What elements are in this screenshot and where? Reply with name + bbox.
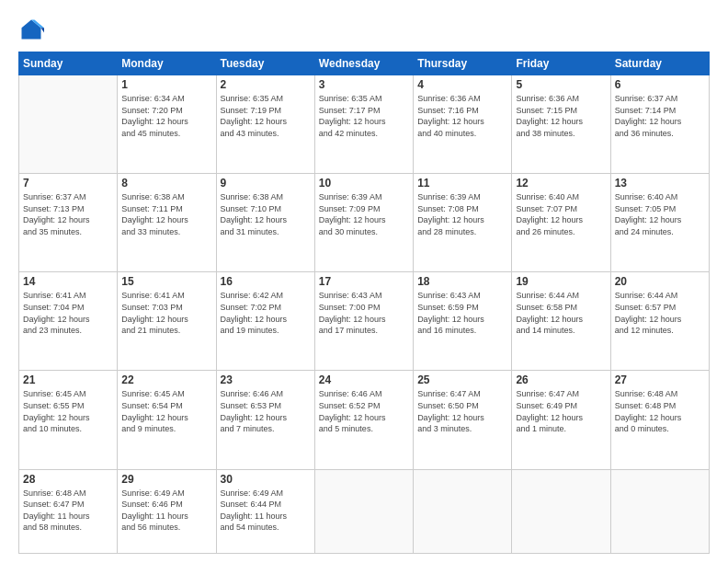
calendar-cell: 24Sunrise: 6:46 AM Sunset: 6:52 PM Dayli… <box>314 371 413 469</box>
calendar-cell: 19Sunrise: 6:44 AM Sunset: 6:58 PM Dayli… <box>512 272 610 371</box>
day-number: 21 <box>23 373 113 386</box>
calendar-cell: 11Sunrise: 6:39 AM Sunset: 7:08 PM Dayli… <box>414 174 512 272</box>
day-number: 16 <box>221 275 311 288</box>
day-info: Sunrise: 6:34 AM Sunset: 7:20 PM Dayligh… <box>121 93 211 139</box>
calendar-cell: 3Sunrise: 6:35 AM Sunset: 7:17 PM Daylig… <box>314 75 413 174</box>
calendar-cell: 22Sunrise: 6:45 AM Sunset: 6:54 PM Dayli… <box>118 371 216 469</box>
calendar-cell: 18Sunrise: 6:43 AM Sunset: 6:59 PM Dayli… <box>414 272 512 371</box>
calendar-cell: 13Sunrise: 6:40 AM Sunset: 7:05 PM Dayli… <box>610 174 709 272</box>
weekday-header-sunday: Sunday <box>19 52 118 75</box>
day-info: Sunrise: 6:49 AM Sunset: 6:46 PM Dayligh… <box>121 488 211 534</box>
calendar-cell <box>314 469 413 553</box>
day-info: Sunrise: 6:49 AM Sunset: 6:44 PM Dayligh… <box>221 488 311 534</box>
weekday-header-tuesday: Tuesday <box>216 52 314 75</box>
day-info: Sunrise: 6:47 AM Sunset: 6:50 PM Dayligh… <box>417 388 507 434</box>
svg-marker-0 <box>22 20 41 40</box>
calendar-cell <box>414 469 512 553</box>
calendar-cell: 8Sunrise: 6:38 AM Sunset: 7:11 PM Daylig… <box>118 174 216 272</box>
day-info: Sunrise: 6:38 AM Sunset: 7:11 PM Dayligh… <box>121 191 211 237</box>
calendar-cell: 21Sunrise: 6:45 AM Sunset: 6:55 PM Dayli… <box>19 371 118 469</box>
calendar-cell: 2Sunrise: 6:35 AM Sunset: 7:19 PM Daylig… <box>216 75 314 174</box>
calendar-cell: 26Sunrise: 6:47 AM Sunset: 6:49 PM Dayli… <box>512 371 610 469</box>
day-number: 28 <box>23 473 113 486</box>
calendar-cell: 20Sunrise: 6:44 AM Sunset: 6:57 PM Dayli… <box>610 272 709 371</box>
calendar-cell: 4Sunrise: 6:36 AM Sunset: 7:16 PM Daylig… <box>414 75 512 174</box>
day-number: 15 <box>121 275 211 288</box>
calendar-cell: 10Sunrise: 6:39 AM Sunset: 7:09 PM Dayli… <box>314 174 413 272</box>
day-number: 3 <box>319 78 409 91</box>
day-number: 17 <box>319 275 409 288</box>
day-number: 29 <box>121 473 211 486</box>
day-info: Sunrise: 6:43 AM Sunset: 6:59 PM Dayligh… <box>417 290 507 336</box>
day-number: 14 <box>23 275 113 288</box>
day-info: Sunrise: 6:41 AM Sunset: 7:04 PM Dayligh… <box>23 290 113 336</box>
weekday-header-friday: Friday <box>512 52 610 75</box>
day-number: 30 <box>221 473 311 486</box>
calendar-week-3: 14Sunrise: 6:41 AM Sunset: 7:04 PM Dayli… <box>19 272 710 371</box>
calendar-cell: 25Sunrise: 6:47 AM Sunset: 6:50 PM Dayli… <box>414 371 512 469</box>
header <box>18 17 710 42</box>
day-info: Sunrise: 6:36 AM Sunset: 7:16 PM Dayligh… <box>417 93 507 139</box>
day-info: Sunrise: 6:41 AM Sunset: 7:03 PM Dayligh… <box>121 290 211 336</box>
day-info: Sunrise: 6:40 AM Sunset: 7:07 PM Dayligh… <box>516 191 606 237</box>
day-info: Sunrise: 6:46 AM Sunset: 6:53 PM Dayligh… <box>221 388 311 434</box>
calendar-week-1: 1Sunrise: 6:34 AM Sunset: 7:20 PM Daylig… <box>19 75 710 174</box>
day-info: Sunrise: 6:36 AM Sunset: 7:15 PM Dayligh… <box>516 93 606 139</box>
day-number: 9 <box>221 177 311 190</box>
day-info: Sunrise: 6:38 AM Sunset: 7:10 PM Dayligh… <box>221 191 311 237</box>
page: SundayMondayTuesdayWednesdayThursdayFrid… <box>0 0 728 563</box>
day-number: 10 <box>319 177 409 190</box>
calendar-cell: 29Sunrise: 6:49 AM Sunset: 6:46 PM Dayli… <box>118 469 216 553</box>
calendar-table: SundayMondayTuesdayWednesdayThursdayFrid… <box>18 52 710 554</box>
day-number: 27 <box>615 373 705 386</box>
logo-icon <box>18 17 44 42</box>
weekday-header-saturday: Saturday <box>610 52 709 75</box>
day-info: Sunrise: 6:45 AM Sunset: 6:55 PM Dayligh… <box>23 388 113 434</box>
day-info: Sunrise: 6:45 AM Sunset: 6:54 PM Dayligh… <box>121 388 211 434</box>
calendar-cell: 15Sunrise: 6:41 AM Sunset: 7:03 PM Dayli… <box>118 272 216 371</box>
day-number: 24 <box>319 373 409 386</box>
calendar-cell <box>512 469 610 553</box>
day-number: 4 <box>417 78 507 91</box>
calendar-cell: 23Sunrise: 6:46 AM Sunset: 6:53 PM Dayli… <box>216 371 314 469</box>
day-info: Sunrise: 6:42 AM Sunset: 7:02 PM Dayligh… <box>221 290 311 336</box>
day-number: 1 <box>121 78 211 91</box>
calendar-cell: 27Sunrise: 6:48 AM Sunset: 6:48 PM Dayli… <box>610 371 709 469</box>
day-info: Sunrise: 6:37 AM Sunset: 7:14 PM Dayligh… <box>615 93 705 139</box>
calendar-cell: 14Sunrise: 6:41 AM Sunset: 7:04 PM Dayli… <box>19 272 118 371</box>
weekday-header-row: SundayMondayTuesdayWednesdayThursdayFrid… <box>19 52 710 75</box>
calendar-cell: 12Sunrise: 6:40 AM Sunset: 7:07 PM Dayli… <box>512 174 610 272</box>
calendar-cell: 30Sunrise: 6:49 AM Sunset: 6:44 PM Dayli… <box>216 469 314 553</box>
day-info: Sunrise: 6:40 AM Sunset: 7:05 PM Dayligh… <box>615 191 705 237</box>
day-info: Sunrise: 6:35 AM Sunset: 7:17 PM Dayligh… <box>319 93 409 139</box>
day-info: Sunrise: 6:44 AM Sunset: 6:57 PM Dayligh… <box>615 290 705 336</box>
day-number: 8 <box>121 177 211 190</box>
day-number: 25 <box>417 373 507 386</box>
calendar-cell: 17Sunrise: 6:43 AM Sunset: 7:00 PM Dayli… <box>314 272 413 371</box>
day-info: Sunrise: 6:43 AM Sunset: 7:00 PM Dayligh… <box>319 290 409 336</box>
day-info: Sunrise: 6:35 AM Sunset: 7:19 PM Dayligh… <box>221 93 311 139</box>
day-info: Sunrise: 6:37 AM Sunset: 7:13 PM Dayligh… <box>23 191 113 237</box>
day-info: Sunrise: 6:44 AM Sunset: 6:58 PM Dayligh… <box>516 290 606 336</box>
day-info: Sunrise: 6:46 AM Sunset: 6:52 PM Dayligh… <box>319 388 409 434</box>
day-number: 13 <box>615 177 705 190</box>
weekday-header-wednesday: Wednesday <box>314 52 413 75</box>
day-number: 18 <box>417 275 507 288</box>
calendar-cell: 9Sunrise: 6:38 AM Sunset: 7:10 PM Daylig… <box>216 174 314 272</box>
day-number: 12 <box>516 177 606 190</box>
day-number: 22 <box>121 373 211 386</box>
calendar-cell: 6Sunrise: 6:37 AM Sunset: 7:14 PM Daylig… <box>610 75 709 174</box>
calendar-cell: 7Sunrise: 6:37 AM Sunset: 7:13 PM Daylig… <box>19 174 118 272</box>
day-number: 2 <box>221 78 311 91</box>
calendar-cell <box>19 75 118 174</box>
day-number: 5 <box>516 78 606 91</box>
calendar-cell: 28Sunrise: 6:48 AM Sunset: 6:47 PM Dayli… <box>19 469 118 553</box>
day-info: Sunrise: 6:48 AM Sunset: 6:47 PM Dayligh… <box>23 488 113 534</box>
day-info: Sunrise: 6:39 AM Sunset: 7:08 PM Dayligh… <box>417 191 507 237</box>
day-number: 6 <box>615 78 705 91</box>
svg-marker-2 <box>41 28 45 32</box>
calendar-cell: 1Sunrise: 6:34 AM Sunset: 7:20 PM Daylig… <box>118 75 216 174</box>
day-number: 20 <box>615 275 705 288</box>
calendar-week-2: 7Sunrise: 6:37 AM Sunset: 7:13 PM Daylig… <box>19 174 710 272</box>
weekday-header-monday: Monday <box>118 52 216 75</box>
